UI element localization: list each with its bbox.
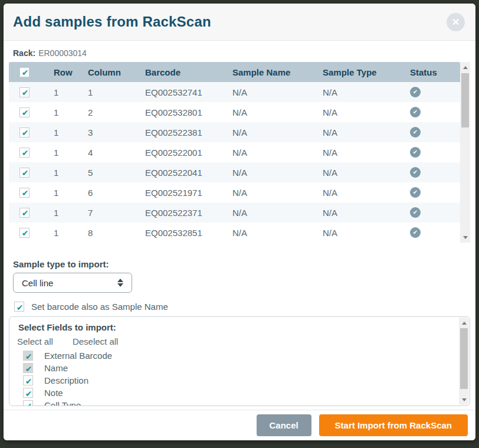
row-checkbox[interactable]: ✔: [19, 208, 29, 218]
row-checkbox-cell: ✔: [9, 228, 43, 238]
row-checkbox[interactable]: ✔: [19, 168, 29, 178]
checkmark-icon: ✔: [22, 129, 29, 137]
table-header-row: ✔ Row Column Barcode Sample Name Sample …: [9, 62, 460, 82]
cell-column: 7: [77, 208, 134, 218]
cell-status: ✔: [399, 147, 460, 158]
field-checkbox[interactable]: ✔: [23, 375, 33, 385]
field-checkbox[interactable]: ✔: [23, 363, 33, 373]
field-checkbox[interactable]: ✔: [23, 388, 33, 398]
fields-scrollbar-thumb[interactable]: [460, 328, 468, 389]
close-button[interactable]: ✕: [447, 13, 465, 31]
field-label: External Barcode: [44, 351, 112, 361]
table-scrollbar[interactable]: [460, 62, 470, 243]
fields-scrollbar[interactable]: [459, 318, 469, 405]
field-label: Name: [44, 363, 68, 373]
checkmark-icon: ✔: [413, 169, 418, 175]
cell-sample-name: N/A: [222, 168, 312, 178]
cell-sample-type: N/A: [312, 228, 399, 238]
checkmark-icon: ✔: [22, 209, 29, 217]
modal-footer: Cancel Start Import from RackScan: [4, 410, 475, 440]
cell-column: 5: [77, 168, 134, 178]
status-ok-icon: ✔: [410, 187, 421, 198]
field-item: ✔Description: [23, 374, 461, 387]
status-ok-icon: ✔: [410, 107, 421, 117]
field-item: ✔Note: [23, 387, 461, 399]
cell-sample-name: N/A: [222, 148, 312, 158]
cell-sample-type: N/A: [312, 208, 399, 218]
checkmark-icon: ✔: [413, 230, 418, 236]
cell-row: 1: [43, 87, 77, 97]
cell-sample-name: N/A: [222, 208, 312, 218]
column-header-sample-type: Sample Type: [312, 67, 399, 77]
scroll-down-icon[interactable]: [460, 233, 470, 241]
deselect-all-link[interactable]: Deselect all: [73, 336, 119, 346]
sample-type-select[interactable]: Cell line: [13, 273, 132, 293]
row-checkbox[interactable]: ✔: [19, 148, 29, 158]
row-checkbox[interactable]: ✔: [19, 188, 29, 198]
start-import-button[interactable]: Start Import from RackScan: [319, 414, 468, 436]
row-checkbox-cell: ✔: [9, 208, 43, 218]
cell-row: 1: [43, 168, 77, 178]
cell-sample-name: N/A: [222, 87, 312, 97]
field-label: Cell Type: [44, 400, 81, 406]
select-fields-title: Select Fields to import:: [18, 322, 461, 332]
row-checkbox[interactable]: ✔: [19, 228, 29, 238]
cell-status: ✔: [399, 187, 460, 198]
row-checkbox[interactable]: ✔: [19, 127, 29, 138]
header-checkbox-cell: ✔: [9, 67, 43, 77]
cell-sample-type: N/A: [312, 87, 399, 97]
cell-sample-name: N/A: [222, 228, 312, 238]
checkmark-icon: ✔: [22, 189, 29, 197]
select-all-checkbox[interactable]: ✔: [19, 67, 29, 77]
checkmark-icon: ✔: [413, 89, 418, 95]
cell-row: 1: [43, 148, 77, 158]
select-all-link[interactable]: Select all: [17, 336, 53, 346]
cell-sample-type: N/A: [312, 107, 399, 117]
rack-label: Rack:: [13, 48, 35, 58]
cell-barcode: EQ002532851: [134, 228, 222, 238]
cell-column: 1: [77, 87, 134, 97]
set-barcode-as-name-label: Set barcode also as Sample Name: [31, 302, 168, 312]
scroll-up-icon[interactable]: [460, 63, 470, 71]
table-row: ✔11EQ002532741N/AN/A✔: [9, 82, 460, 102]
cell-column: 8: [77, 228, 134, 238]
checkmark-icon: ✔: [413, 189, 418, 195]
row-checkbox[interactable]: ✔: [19, 87, 29, 97]
field-item: ✔Cell Type: [23, 399, 461, 406]
table-row: ✔15EQ002522041N/AN/A✔: [9, 162, 460, 182]
table-scrollbar-thumb[interactable]: [461, 73, 469, 127]
column-header-row: Row: [43, 67, 77, 77]
checkmark-icon: ✔: [413, 149, 418, 155]
row-checkbox[interactable]: ✔: [19, 107, 29, 117]
cell-column: 4: [77, 148, 134, 158]
cell-barcode: EQ002522371: [134, 208, 222, 218]
modal-body: Rack:ER00003014 ✔ Row Column Barcode Sam…: [4, 41, 475, 410]
cell-sample-type: N/A: [312, 188, 399, 198]
checkmark-icon: ✔: [22, 68, 29, 77]
checkmark-icon: ✔: [413, 129, 418, 135]
row-checkbox-cell: ✔: [9, 87, 43, 97]
row-checkbox-cell: ✔: [9, 188, 43, 198]
close-icon: ✕: [452, 18, 460, 27]
field-item: ✔Name: [23, 362, 461, 374]
sample-type-label: Sample type to import:: [13, 259, 470, 269]
modal-title: Add samples from RackScan: [13, 14, 211, 30]
cancel-button[interactable]: Cancel: [257, 414, 311, 436]
cell-sample-name: N/A: [222, 107, 312, 117]
cell-sample-type: N/A: [312, 168, 399, 178]
scroll-down-icon[interactable]: [459, 395, 469, 404]
cell-status: ✔: [399, 167, 460, 178]
status-ok-icon: ✔: [410, 167, 421, 178]
cell-column: 3: [77, 127, 134, 138]
select-updown-icon: [117, 279, 123, 287]
field-checkbox[interactable]: ✔: [23, 351, 33, 361]
checkmark-icon: ✔: [17, 303, 24, 312]
cell-barcode: EQ002532741: [134, 87, 222, 97]
scroll-up-icon[interactable]: [459, 319, 469, 327]
rack-line: Rack:ER00003014: [13, 48, 470, 58]
modal-header: Add samples from RackScan ✕: [4, 4, 475, 41]
field-checkbox[interactable]: ✔: [23, 400, 33, 406]
cell-status: ✔: [399, 127, 460, 138]
set-barcode-as-name-checkbox[interactable]: ✔: [14, 302, 24, 312]
cell-status: ✔: [399, 227, 460, 238]
